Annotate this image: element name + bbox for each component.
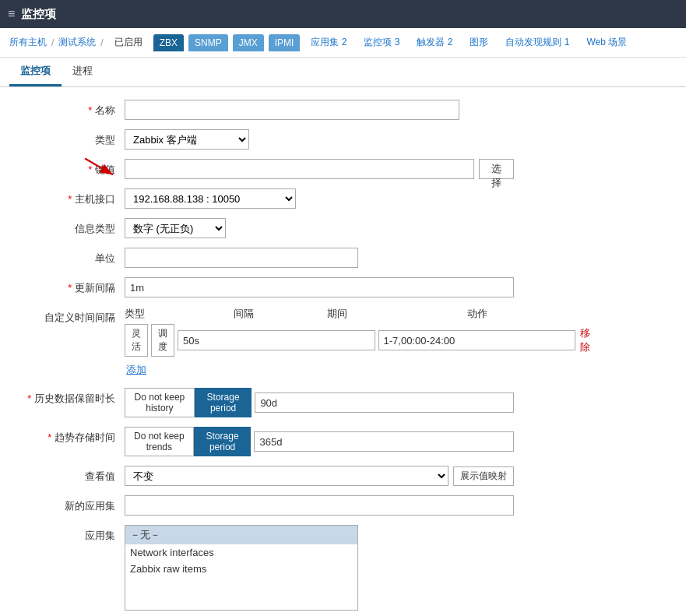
trends-control: Do not keep trends Storage period: [125, 427, 514, 456]
trends-storage-period-button[interactable]: Storage period: [194, 427, 252, 456]
name-label: 名称: [16, 100, 125, 118]
host-iface-control: 192.168.88.138 : 10050: [125, 188, 514, 209]
info-type-row: 信息类型 数字 (无正负)字符日志文本: [0, 218, 686, 238]
history-toggle-group: Do not keep history Storage period: [125, 388, 514, 417]
new-app-input[interactable]: [125, 495, 514, 516]
new-app-label: 新的应用集: [16, 495, 125, 513]
breadcrumb-sep2: /: [100, 37, 103, 48]
ci-add-row: 添加: [125, 361, 592, 378]
content-tabs: 监控项 进程: [0, 58, 686, 87]
new-app-control: [125, 495, 514, 516]
trends-value-input[interactable]: [254, 431, 514, 452]
ci-header-action: 动作: [467, 307, 529, 321]
name-control: [125, 100, 514, 120]
breadcrumb-test-system[interactable]: 测试系统: [58, 36, 96, 49]
key-input[interactable]: [125, 159, 474, 179]
history-value-input[interactable]: [255, 392, 514, 413]
host-iface-label: 主机接口: [16, 188, 125, 206]
menu-icon[interactable]: ≡: [8, 7, 15, 21]
ci-remove-button[interactable]: 移除: [579, 325, 592, 356]
nav-badge-ipmi[interactable]: IPMI: [269, 34, 301, 51]
app-set-control: －无－ Network interfaces Zabbix raw items: [125, 525, 514, 611]
nav-badge-jmx[interactable]: JMX: [233, 34, 264, 51]
topbar: ≡ 监控项: [0, 0, 686, 28]
history-row: 历史数据保留时长 Do not keep history Storage per…: [0, 388, 686, 417]
ci-header-interval: 间隔: [234, 307, 327, 321]
unit-control: [125, 248, 514, 268]
info-type-control: 数字 (无正负)字符日志文本: [125, 218, 514, 238]
ci-row-0: 灵活 调度 移除: [125, 324, 592, 357]
nav-badge-zbx[interactable]: ZBX: [153, 34, 184, 51]
trends-toggle-group: Do not keep trends Storage period: [125, 427, 514, 456]
breadcrumb-sep1: /: [51, 37, 54, 48]
name-input[interactable]: [125, 100, 459, 120]
host-iface-select[interactable]: 192.168.88.138 : 10050: [125, 188, 296, 209]
trends-row: 趋势存储时间 Do not keep trends Storage period: [0, 427, 686, 456]
breadcrumb-bar: 所有主机 / 测试系统 / 已启用 ZBX SNMP JMX IPMI 应用集 …: [0, 28, 686, 58]
lookup-control: 不变 展示值映射: [125, 466, 514, 486]
btn-flexible[interactable]: 灵活: [125, 324, 148, 357]
name-row: 名称: [0, 100, 686, 120]
custom-interval-content: 类型 间隔 期间 动作 灵活 调度 移除 添加: [125, 307, 592, 378]
new-app-row: 新的应用集: [0, 495, 686, 516]
nav-badge-snmp[interactable]: SNMP: [188, 34, 228, 51]
app-set-row: 应用集 －无－ Network interfaces Zabbix raw it…: [0, 525, 686, 611]
main-content: 名称 类型 Zabbix 客户端SNMPJMXIPMI 键值: [0, 87, 686, 616]
update-interval-control: [125, 277, 514, 297]
unit-input[interactable]: [125, 248, 358, 268]
lookup-label: 查看值: [16, 466, 125, 484]
select-key-button[interactable]: 选择: [479, 159, 514, 179]
trends-label: 趋势存储时间: [16, 427, 125, 445]
key-row: 键值 选择: [0, 159, 686, 179]
btn-scheduling[interactable]: 调度: [151, 324, 174, 357]
nav-link-items[interactable]: 监控项 3: [357, 33, 406, 52]
nav-link-appset[interactable]: 应用集 2: [304, 33, 353, 52]
type-control: Zabbix 客户端SNMPJMXIPMI: [125, 129, 514, 150]
ci-interval-input[interactable]: [178, 330, 375, 350]
nav-link-triggers[interactable]: 触发器 2: [410, 33, 459, 52]
update-interval-row: 更新间隔: [0, 277, 686, 297]
nav-link-web[interactable]: Web 场景: [580, 33, 633, 52]
app-set-list[interactable]: －无－ Network interfaces Zabbix raw items: [125, 525, 358, 611]
nav-link-graphs[interactable]: 图形: [463, 33, 494, 52]
app-list-item-2[interactable]: Zabbix raw items: [125, 561, 357, 577]
info-type-label: 信息类型: [16, 218, 125, 236]
app-set-label: 应用集: [16, 525, 125, 543]
app-list-item-1[interactable]: Network interfaces: [125, 544, 357, 561]
nav-link-discovery[interactable]: 自动发现规则 1: [499, 33, 575, 52]
ci-header-type: 类型: [125, 307, 234, 321]
history-label: 历史数据保留时长: [16, 388, 125, 406]
ci-period-input[interactable]: [378, 330, 576, 350]
custom-interval-label: 自定义时间间隔: [16, 307, 125, 325]
type-label: 类型: [16, 129, 125, 147]
show-map-button[interactable]: 展示值映射: [453, 466, 514, 486]
info-type-select[interactable]: 数字 (无正负)字符日志文本: [125, 218, 226, 238]
page-title: 监控项: [21, 7, 56, 22]
update-interval-input[interactable]: [125, 277, 514, 297]
lookup-row: 查看值 不变 展示值映射: [0, 466, 686, 486]
custom-interval-row: 自定义时间间隔 类型 间隔 期间 动作 灵活 调度 移除 添加: [0, 307, 686, 378]
tab-process[interactable]: 进程: [62, 58, 104, 86]
type-select[interactable]: Zabbix 客户端SNMPJMXIPMI: [125, 129, 249, 150]
history-control: Do not keep history Storage period: [125, 388, 514, 417]
unit-row: 单位: [0, 248, 686, 268]
key-label: 键值: [16, 159, 125, 177]
type-row: 类型 Zabbix 客户端SNMPJMXIPMI: [0, 129, 686, 150]
history-no-keep-button[interactable]: Do not keep history: [125, 388, 195, 417]
key-control: 选择: [125, 159, 514, 179]
ci-headers: 类型 间隔 期间 动作: [125, 307, 592, 321]
ci-add-button[interactable]: 添加: [125, 361, 148, 378]
unit-label: 单位: [16, 248, 125, 266]
lookup-select[interactable]: 不变: [125, 466, 449, 486]
trends-no-keep-button[interactable]: Do not keep trends: [125, 427, 194, 456]
tab-items[interactable]: 监控项: [9, 58, 62, 86]
breadcrumb-all-hosts[interactable]: 所有主机: [9, 36, 47, 49]
nav-badge-enabled[interactable]: 已启用: [108, 33, 149, 52]
history-storage-period-button[interactable]: Storage period: [195, 388, 252, 417]
update-interval-label: 更新间隔: [16, 277, 125, 295]
ci-header-period: 期间: [327, 307, 467, 321]
host-iface-row: 主机接口 192.168.88.138 : 10050: [0, 188, 686, 209]
app-list-item-0[interactable]: －无－: [125, 526, 357, 544]
key-input-row: 选择: [125, 159, 514, 179]
lookup-group: 不变 展示值映射: [125, 466, 514, 486]
